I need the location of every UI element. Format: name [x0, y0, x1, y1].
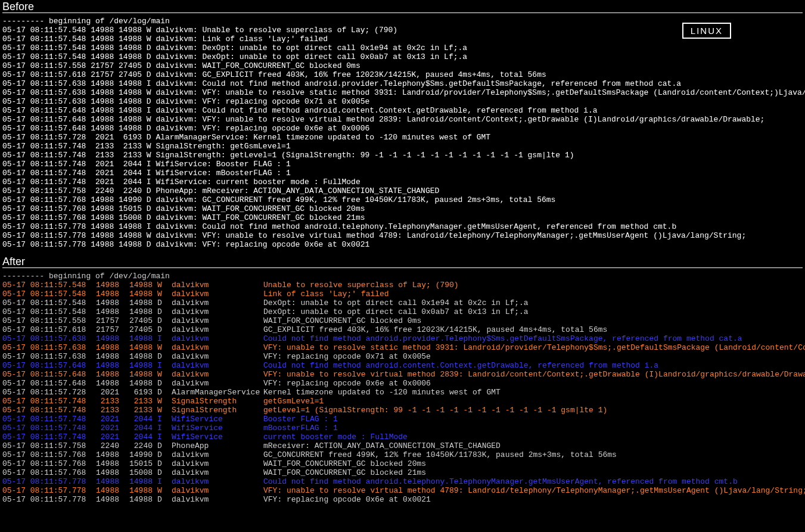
- log-row[interactable]: 05-17 08:11:57.72820216193DAlarmManagerS…: [2, 388, 803, 397]
- log-tid: 2133: [124, 406, 157, 415]
- after-log[interactable]: --------- beginning of /dev/log/main05-1…: [2, 272, 803, 504]
- log-pid: 14988: [91, 370, 124, 379]
- log-pid: 2021: [91, 433, 124, 441]
- before-log[interactable]: --------- beginning of /dev/log/main 05-…: [2, 17, 803, 249]
- log-row[interactable]: 05-17 08:11:57.6381498814988WdalvikvmVFY…: [2, 343, 803, 352]
- log-tid: 14988: [124, 290, 157, 298]
- log-lvl: I: [157, 415, 172, 424]
- log-row[interactable]: 05-17 08:11:57.7781498814988IdalvikvmCou…: [2, 477, 803, 486]
- log-tid: 14988: [124, 477, 157, 486]
- log-ts: 05-17 08:11:57.748: [2, 397, 91, 406]
- log-tid: 14988: [124, 495, 157, 504]
- log-ts: 05-17 08:11:57.638: [2, 352, 91, 361]
- before-separator: [2, 13, 803, 13]
- log-msg: WAIT_FOR_CONCURRENT_GC blocked 21ms: [263, 468, 426, 477]
- before-title: Before: [2, 2, 803, 11]
- log-tag: dalvikvm: [172, 450, 263, 459]
- log-pid: 14988: [91, 459, 124, 468]
- log-pid: 14988: [91, 450, 124, 459]
- log-pid: 2021: [91, 388, 124, 397]
- log-tid: 2044: [124, 415, 157, 424]
- log-row[interactable]: 05-17 08:11:57.74820212044IWifiServicecu…: [2, 433, 803, 441]
- log-row[interactable]: 05-17 08:11:57.7781498814988DdalvikvmVFY…: [2, 495, 803, 504]
- log-msg: VFY: unable to resolve virtual method 47…: [263, 486, 805, 495]
- log-pid: 14988: [91, 343, 124, 352]
- log-row[interactable]: 05-17 08:11:57.7681498815015DdalvikvmWAI…: [2, 459, 803, 468]
- log-row[interactable]: 05-17 08:11:57.6182175727405DdalvikvmGC_…: [2, 325, 803, 334]
- log-msg: VFY: unable to resolve virtual method 28…: [263, 370, 805, 379]
- log-lvl: W: [157, 290, 172, 298]
- log-row[interactable]: 05-17 08:11:57.5481498814988DdalvikvmDex…: [2, 298, 803, 307]
- log-row[interactable]: 05-17 08:11:57.74821332133WSignalStrengt…: [2, 397, 803, 406]
- log-tag: SignalStrength: [172, 406, 263, 415]
- log-msg: mReceiver: ACTION_ANY_DATA_CONNECTION_ST…: [263, 441, 501, 450]
- log-row[interactable]: 05-17 08:11:57.75822402240DPhoneAppmRece…: [2, 441, 803, 450]
- log-row[interactable]: 05-17 08:11:57.6381498814988IdalvikvmCou…: [2, 334, 803, 343]
- log-msg: Kernel timezone updated to -120 minutes …: [263, 388, 501, 397]
- log-tag: PhoneApp: [172, 441, 263, 450]
- log-row[interactable]: 05-17 08:11:57.7781498814988WdalvikvmVFY…: [2, 486, 803, 495]
- log-msg: Unable to resolve superclass of Lay; (79…: [263, 281, 459, 290]
- log-row[interactable]: 05-17 08:11:57.5481498814988DdalvikvmDex…: [2, 307, 803, 316]
- log-tag: dalvikvm: [172, 307, 263, 316]
- log-ts: 05-17 08:11:57.548: [2, 298, 91, 307]
- log-ts: 05-17 08:11:57.618: [2, 325, 91, 334]
- log-tag: dalvikvm: [172, 298, 263, 307]
- log-lvl: D: [157, 379, 172, 388]
- log-row[interactable]: 05-17 08:11:57.5582175727405DdalvikvmWAI…: [2, 316, 803, 325]
- log-row[interactable]: 05-17 08:11:57.7681498815008DdalvikvmWAI…: [2, 468, 803, 477]
- log-row[interactable]: 05-17 08:11:57.7681498814990DdalvikvmGC_…: [2, 450, 803, 459]
- log-tid: 15008: [124, 468, 157, 477]
- log-tid: 14988: [124, 486, 157, 495]
- log-ts: 05-17 08:11:57.748: [2, 415, 91, 424]
- log-ts: 05-17 08:11:57.648: [2, 370, 91, 379]
- log-tid: 14988: [124, 361, 157, 370]
- linux-badge: LINUX: [682, 23, 731, 39]
- log-ts: 05-17 08:11:57.638: [2, 343, 91, 352]
- log-row[interactable]: 05-17 08:11:57.6481498814988IdalvikvmCou…: [2, 361, 803, 370]
- log-tid: 27405: [124, 325, 157, 334]
- log-ts: 05-17 08:11:57.748: [2, 433, 91, 441]
- log-msg: Could not find method android.content.Co…: [263, 361, 658, 370]
- log-tag: dalvikvm: [172, 370, 263, 379]
- log-msg: getGsmLevel=1: [263, 397, 324, 406]
- log-row[interactable]: 05-17 08:11:57.6481498814988WdalvikvmVFY…: [2, 370, 803, 379]
- log-tag: dalvikvm: [172, 290, 263, 298]
- log-ts: 05-17 08:11:57.748: [2, 406, 91, 415]
- log-row[interactable]: 05-17 08:11:57.5481498814988WdalvikvmUna…: [2, 281, 803, 290]
- log-tid: 2044: [124, 433, 157, 441]
- log-msg: Booster FLAG : 1: [263, 415, 338, 424]
- log-row[interactable]: 05-17 08:11:57.74821332133WSignalStrengt…: [2, 406, 803, 415]
- log-tag: dalvikvm: [172, 459, 263, 468]
- log-tag: dalvikvm: [172, 361, 263, 370]
- log-lvl: D: [157, 352, 172, 361]
- log-lvl: I: [157, 477, 172, 486]
- log-row[interactable]: 05-17 08:11:57.5481498814988WdalvikvmLin…: [2, 290, 803, 298]
- log-ts: 05-17 08:11:57.548: [2, 307, 91, 316]
- log-pid: 14988: [91, 477, 124, 486]
- log-tag: dalvikvm: [172, 495, 263, 504]
- log-ts: 05-17 08:11:57.548: [2, 290, 91, 298]
- log-pid: 14988: [91, 290, 124, 298]
- log-msg: getLevel=1 (SignalStrength: 99 -1 -1 -1 …: [263, 406, 607, 415]
- log-row[interactable]: 05-17 08:11:57.6381498814988DdalvikvmVFY…: [2, 352, 803, 361]
- after-title: After: [2, 257, 803, 266]
- log-pid: 14988: [91, 307, 124, 316]
- log-row[interactable]: 05-17 08:11:57.74820212044IWifiServiceBo…: [2, 415, 803, 424]
- log-msg: VFY: unable to resolve static method 393…: [263, 343, 805, 352]
- log-row[interactable]: 05-17 08:11:57.6481498814988DdalvikvmVFY…: [2, 379, 803, 388]
- log-tid: 2240: [124, 441, 157, 450]
- log-pid: 21757: [91, 325, 124, 334]
- log-ts: 05-17 08:11:57.778: [2, 495, 91, 504]
- log-lvl: I: [157, 361, 172, 370]
- log-ts: 05-17 08:11:57.728: [2, 388, 91, 397]
- log-tag: WifiService: [172, 424, 263, 433]
- log-row[interactable]: 05-17 08:11:57.74820212044IWifiServicemB…: [2, 424, 803, 433]
- log-pid: 2021: [91, 424, 124, 433]
- log-tag: dalvikvm: [172, 468, 263, 477]
- log-pid: 14988: [91, 281, 124, 290]
- log-tag: WifiService: [172, 433, 263, 441]
- log-tid: 14990: [124, 450, 157, 459]
- log-lvl: W: [157, 370, 172, 379]
- log-tid: 2133: [124, 397, 157, 406]
